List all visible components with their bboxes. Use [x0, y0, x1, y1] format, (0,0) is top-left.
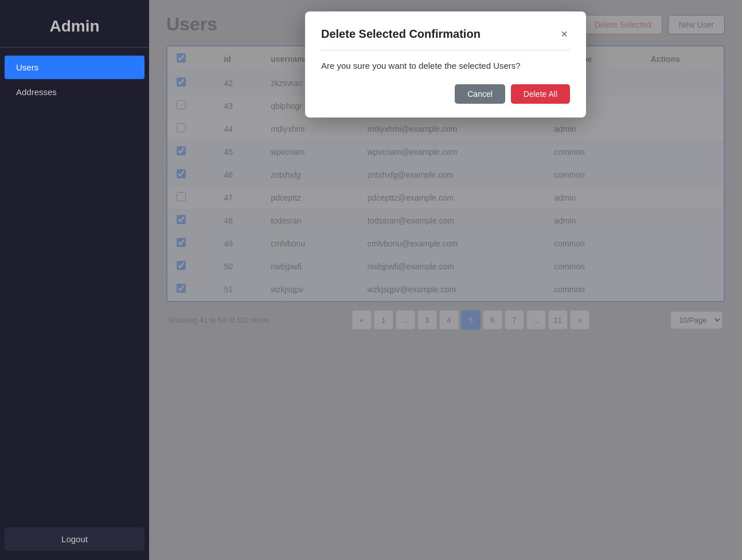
cancel-button[interactable]: Cancel [455, 84, 505, 104]
modal-title: Delete Selected Confirmation [321, 28, 481, 41]
delete-confirmation-modal: Delete Selected Confirmation × Are you s… [305, 11, 586, 118]
modal-close-button[interactable]: × [559, 28, 570, 41]
sidebar-nav: Users Addresses [0, 52, 149, 518]
delete-all-button[interactable]: Delete All [511, 84, 570, 104]
modal-footer: Cancel Delete All [321, 84, 570, 104]
sidebar-item-addresses[interactable]: Addresses [5, 80, 145, 104]
modal-body: Are you sure you want to delete the sele… [321, 61, 570, 71]
modal-overlay: Delete Selected Confirmation × Are you s… [149, 0, 742, 560]
sidebar-divider [0, 47, 149, 48]
sidebar-item-users[interactable]: Users [5, 56, 145, 79]
modal-header: Delete Selected Confirmation × [321, 28, 570, 41]
sidebar-footer: Logout [0, 518, 149, 560]
modal-divider [321, 50, 570, 50]
sidebar: Admin Users Addresses Logout [0, 0, 149, 560]
main-content: Users Delete Selected New User id userna… [149, 0, 742, 560]
logout-button[interactable]: Logout [5, 527, 145, 551]
sidebar-title: Admin [0, 0, 149, 47]
